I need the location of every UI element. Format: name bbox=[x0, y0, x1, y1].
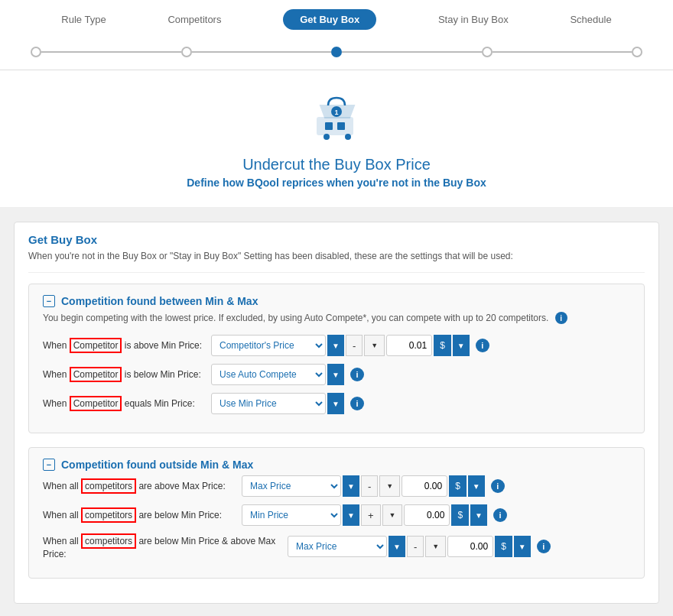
section2-row1-select[interactable]: Max Price Min Price bbox=[242, 475, 341, 497]
top-nav: Rule Type Competitors Get Buy Box Stay i… bbox=[0, 0, 673, 70]
section2-row1-label: When all competitors are above Max Price… bbox=[43, 478, 242, 494]
section2-row3-unit-arrow[interactable]: ▼ bbox=[514, 536, 531, 557]
section1-row2-label: When Competitor is below Min Price: bbox=[43, 367, 211, 382]
section1-row3-select[interactable]: Use Min Price Competitor's Price Use Aut… bbox=[211, 393, 326, 414]
section2-row1-select-arrow[interactable]: ▼ bbox=[343, 475, 359, 497]
nav-step-ruletype[interactable]: Rule Type bbox=[61, 14, 106, 25]
section2-row3-op-arrow[interactable]: ▼ bbox=[425, 536, 446, 557]
section2-row2-info-icon[interactable]: i bbox=[493, 508, 507, 522]
section2-row1: When all competitors are above Max Price… bbox=[43, 475, 630, 497]
section1-row3: When Competitor equals Min Price: Use Mi… bbox=[43, 393, 630, 414]
competitors-highlight-2: competitors bbox=[81, 507, 136, 523]
nav-step-getbuybox[interactable]: Get Buy Box bbox=[283, 9, 376, 30]
section2-row2-select[interactable]: Min Price Max Price bbox=[242, 504, 341, 526]
progress-line-3 bbox=[342, 51, 482, 53]
section1-row1-op[interactable]: - bbox=[346, 335, 363, 356]
section2-row3-select[interactable]: Max Price Min Price bbox=[288, 536, 387, 557]
svg-rect-2 bbox=[337, 122, 345, 130]
section1-row3-info-icon[interactable]: i bbox=[350, 397, 364, 410]
section2-collapse-icon[interactable]: − bbox=[43, 459, 55, 471]
hero-section: 1 Undercut the Buy Box Price Define how … bbox=[0, 70, 673, 208]
section2-row2-op-arrow[interactable]: ▼ bbox=[382, 504, 403, 526]
section2-row2: When all competitors are below Min Price… bbox=[43, 504, 630, 526]
section1-row3-controls: Use Min Price Competitor's Price Use Aut… bbox=[211, 393, 364, 414]
section1-header: − Competition found between Min & Max bbox=[43, 295, 630, 307]
section2-row3-label: When all competitors are below Min Price… bbox=[43, 533, 288, 559]
section2-row1-op-arrow[interactable]: ▼ bbox=[379, 475, 400, 497]
section2-row1-unit[interactable]: $ bbox=[449, 475, 467, 497]
section1-row1-controls: Competitor's Price Use Auto Compete Use … bbox=[211, 335, 489, 356]
section2-row2-label: When all competitors are below Min Price… bbox=[43, 507, 242, 523]
competitors-highlight-3: competitors bbox=[81, 533, 136, 549]
section2-row2-unit-arrow[interactable]: ▼ bbox=[470, 504, 487, 526]
competitors-highlight-1: competitors bbox=[81, 478, 136, 494]
progress-dot-5 bbox=[632, 47, 642, 57]
get-buy-box-desc: When you're not in the Buy Box or "Stay … bbox=[28, 251, 645, 261]
section2-row2-num[interactable] bbox=[404, 504, 450, 526]
section1-row2: When Competitor is below Min Price: Use … bbox=[43, 364, 630, 385]
section2-row2-controls: Min Price Max Price ▼ + ▼ $ ▼ i bbox=[242, 504, 507, 526]
progress-line-4 bbox=[493, 51, 632, 53]
section1-row3-select-arrow[interactable]: ▼ bbox=[327, 393, 344, 414]
progress-dot-1 bbox=[31, 47, 41, 57]
main-content: Get Buy Box When you're not in the Buy B… bbox=[0, 208, 673, 616]
section1-row2-controls: Use Auto Compete Competitor's Price Use … bbox=[211, 364, 364, 385]
get-buy-box-section: Get Buy Box When you're not in the Buy B… bbox=[14, 222, 659, 604]
progress-dot-3 bbox=[331, 47, 342, 57]
hero-title: Undercut the Buy Box Price bbox=[15, 156, 658, 173]
section1-title: Competition found between Min & Max bbox=[61, 295, 258, 307]
competitor-highlight-1: Competitor bbox=[70, 338, 122, 353]
section2-row3-op[interactable]: - bbox=[407, 536, 424, 557]
progress-line-1 bbox=[41, 51, 181, 53]
section2-row3-num[interactable] bbox=[447, 536, 493, 557]
section1-info-icon[interactable]: i bbox=[555, 312, 567, 324]
section1-row2-select[interactable]: Use Auto Compete Competitor's Price Use … bbox=[211, 364, 326, 385]
nav-step-competitors[interactable]: Competitors bbox=[167, 14, 221, 25]
cart-icon: 1 bbox=[15, 89, 658, 150]
nav-step-schedule[interactable]: Schedule bbox=[570, 14, 611, 25]
section2-row2-select-arrow[interactable]: ▼ bbox=[343, 504, 359, 526]
section2-row1-num[interactable] bbox=[402, 475, 447, 497]
progress-dot-4 bbox=[482, 47, 493, 57]
section1-info: You begin competing with the lowest pric… bbox=[43, 312, 630, 324]
section1-row1-num[interactable] bbox=[386, 335, 432, 356]
nav-step-stayinbuybox[interactable]: Stay in Buy Box bbox=[438, 14, 509, 25]
section1-row1-op-arrow[interactable]: ▼ bbox=[364, 335, 385, 356]
section2-row1-controls: Max Price Min Price ▼ - ▼ $ ▼ i bbox=[242, 475, 505, 497]
section2-row1-unit-arrow[interactable]: ▼ bbox=[468, 475, 485, 497]
section2-card: − Competition found outside Min & Max Wh… bbox=[28, 447, 645, 579]
section1-row1: When Competitor is above Min Price: Comp… bbox=[43, 335, 630, 356]
section1-row2-info-icon[interactable]: i bbox=[350, 368, 364, 381]
section2-row3-controls: Max Price Min Price ▼ - ▼ $ ▼ i bbox=[288, 536, 551, 557]
section2-row3-unit[interactable]: $ bbox=[495, 536, 512, 557]
section1-row3-label: When Competitor equals Min Price: bbox=[43, 396, 211, 411]
svg-point-4 bbox=[345, 134, 351, 140]
section1-card: − Competition found between Min & Max Yo… bbox=[28, 284, 645, 433]
nav-steps: Rule Type Competitors Get Buy Box Stay i… bbox=[0, 9, 673, 39]
competitor-highlight-3: Competitor bbox=[70, 396, 122, 411]
section1-row2-select-arrow[interactable]: ▼ bbox=[327, 364, 344, 385]
section2-row1-op[interactable]: - bbox=[361, 475, 378, 497]
svg-rect-0 bbox=[317, 118, 353, 135]
competitor-highlight-2: Competitor bbox=[70, 367, 122, 382]
section2-row2-unit[interactable]: $ bbox=[451, 504, 469, 526]
progress-bar bbox=[0, 39, 673, 70]
section2-row3-select-arrow[interactable]: ▼ bbox=[389, 536, 405, 557]
section2-header: − Competition found outside Min & Max bbox=[43, 459, 630, 471]
section1-row1-select[interactable]: Competitor's Price Use Auto Compete Use … bbox=[211, 335, 326, 356]
section1-row1-label: When Competitor is above Min Price: bbox=[43, 338, 211, 353]
section2-title: Competition found outside Min & Max bbox=[61, 459, 253, 471]
section2-row1-info-icon[interactable]: i bbox=[491, 479, 505, 493]
section1-row1-info-icon[interactable]: i bbox=[476, 339, 489, 352]
section2-row3-info-icon[interactable]: i bbox=[537, 540, 551, 553]
hero-subtitle: Define how BQool reprices when you're no… bbox=[15, 177, 658, 189]
section2-row2-op[interactable]: + bbox=[361, 504, 381, 526]
section2-row3: When all competitors are below Min Price… bbox=[43, 533, 630, 559]
section1-row1-select-arrow[interactable]: ▼ bbox=[327, 335, 344, 356]
svg-text:1: 1 bbox=[334, 109, 338, 116]
section1-collapse-icon[interactable]: − bbox=[43, 295, 55, 307]
section1-row1-unit-arrow[interactable]: ▼ bbox=[453, 335, 470, 356]
progress-line-2 bbox=[192, 51, 332, 53]
section1-row1-unit[interactable]: $ bbox=[434, 335, 451, 356]
svg-rect-1 bbox=[325, 122, 333, 130]
